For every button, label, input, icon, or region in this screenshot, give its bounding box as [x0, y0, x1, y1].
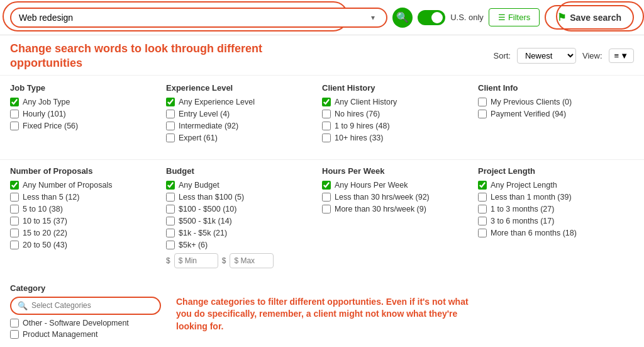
- np-15to20-checkbox[interactable]: [10, 229, 19, 237]
- sort-select[interactable]: Newest: [517, 48, 576, 64]
- category-product-mgmt-checkbox[interactable]: [10, 330, 19, 339]
- np-5to10-label[interactable]: 5 to 10 (38): [23, 205, 63, 213]
- budget-lt100-label[interactable]: Less than $100 (5): [179, 193, 244, 202]
- budget-any-checkbox[interactable]: [166, 181, 175, 190]
- hpw-mt30-label[interactable]: More than 30 hrs/week (9): [335, 205, 426, 213]
- search-dropdown-arrow-icon[interactable]: ▾: [371, 13, 375, 22]
- pl-lt1month-label[interactable]: Less than 1 month (39): [491, 193, 572, 202]
- ch-10plus-checkbox[interactable]: [322, 134, 331, 142]
- budget-max-input[interactable]: [230, 253, 274, 268]
- filter-client-history-title: Client History: [322, 83, 472, 93]
- job-type-hourly-label[interactable]: Hourly (101): [23, 110, 66, 118]
- budget-5kplus-label[interactable]: $5k+ (6): [179, 241, 208, 249]
- pl-any-label[interactable]: Any Project Length: [491, 181, 557, 190]
- exp-any-checkbox[interactable]: [166, 98, 175, 106]
- budget-500to1k-checkbox[interactable]: [166, 217, 175, 225]
- filter-budget: Budget Any Budget Less than $100 (5) $10…: [166, 166, 322, 275]
- ch-any-checkbox[interactable]: [322, 98, 331, 106]
- exp-entry-label[interactable]: Entry Level (4): [179, 110, 230, 118]
- filter-item: Fixed Price (56): [10, 122, 160, 130]
- pl-1to3-label[interactable]: 1 to 3 months (27): [491, 205, 554, 213]
- hpw-any-label[interactable]: Any Hours Per Week: [335, 181, 408, 190]
- np-5to10-checkbox[interactable]: [10, 205, 19, 213]
- pl-mt6-checkbox[interactable]: [478, 229, 487, 237]
- budget-any-label[interactable]: Any Budget: [179, 181, 219, 190]
- filter-hours-per-week-title: Hours Per Week: [322, 166, 472, 176]
- budget-100to500-label[interactable]: $100 - $500 (10): [179, 205, 236, 213]
- budget-100to500-checkbox[interactable]: [166, 205, 175, 213]
- exp-intermediate-label[interactable]: Intermediate (92): [179, 122, 238, 130]
- ch-10plus-label[interactable]: 10+ hires (33): [335, 134, 383, 142]
- job-type-any-checkbox[interactable]: [10, 98, 19, 106]
- ch-nohires-checkbox[interactable]: [322, 110, 331, 118]
- hpw-any-checkbox[interactable]: [322, 181, 331, 190]
- ci-payment-verified-label[interactable]: Payment Verified (94): [491, 110, 566, 118]
- ch-1to9-label[interactable]: 1 to 9 hires (48): [335, 122, 390, 130]
- pl-1to3-checkbox[interactable]: [478, 205, 487, 213]
- np-10to15-checkbox[interactable]: [10, 217, 19, 225]
- np-any-label[interactable]: Any Number of Proposals: [23, 181, 112, 190]
- header-bar: ▾ 🔍 U.S. only ☰ Filters ⚑ Save search: [0, 0, 644, 35]
- job-type-fixed-checkbox[interactable]: [10, 122, 19, 130]
- category-title: Category: [10, 283, 161, 293]
- sort-view-row: Sort: Newest View: ≡ ▼: [494, 48, 635, 64]
- ch-nohires-label[interactable]: No hires (76): [335, 110, 380, 118]
- save-search-button[interactable]: ⚑ Save search: [545, 5, 634, 30]
- ch-1to9-checkbox[interactable]: [322, 122, 331, 130]
- filters-icon: ☰: [498, 13, 506, 22]
- budget-5kplus-checkbox[interactable]: [166, 241, 175, 249]
- hpw-lt30-label[interactable]: Less than 30 hrs/week (92): [335, 193, 430, 202]
- budget-1kto5k-checkbox[interactable]: [166, 229, 175, 237]
- exp-expert-checkbox[interactable]: [166, 134, 175, 142]
- budget-min-input[interactable]: [174, 253, 218, 268]
- search-input[interactable]: [19, 13, 371, 23]
- exp-expert-label[interactable]: Expert (61): [179, 134, 218, 142]
- ci-prev-clients-label[interactable]: My Previous Clients (0): [491, 98, 572, 106]
- np-20to50-label[interactable]: 20 to 50 (43): [23, 241, 67, 249]
- ch-any-label[interactable]: Any Client History: [335, 98, 397, 106]
- np-any-checkbox[interactable]: [10, 181, 19, 190]
- bookmark-icon: ⚑: [557, 11, 566, 23]
- hpw-lt30-checkbox[interactable]: [322, 193, 331, 202]
- pl-mt6-label[interactable]: More than 6 months (18): [491, 229, 577, 237]
- view-label: View:: [582, 51, 602, 60]
- exp-entry-checkbox[interactable]: [166, 110, 175, 118]
- np-lt5-label[interactable]: Less than 5 (12): [23, 193, 79, 202]
- filter-project-length-title: Project Length: [478, 166, 628, 176]
- np-lt5-checkbox[interactable]: [10, 193, 19, 202]
- filter-budget-title: Budget: [166, 166, 316, 176]
- exp-any-label[interactable]: Any Experience Level: [179, 98, 255, 106]
- job-type-hourly-checkbox[interactable]: [10, 110, 19, 118]
- search-button[interactable]: 🔍: [392, 8, 413, 28]
- budget-1kto5k-label[interactable]: $1k - $5k (21): [179, 229, 227, 237]
- save-search-label: Save search: [570, 13, 621, 23]
- filters-button[interactable]: ☰ Filters: [489, 8, 540, 26]
- np-15to20-label[interactable]: 15 to 20 (22): [23, 229, 67, 237]
- pl-any-checkbox[interactable]: [478, 181, 487, 190]
- category-other-software-checkbox[interactable]: [10, 319, 19, 327]
- job-type-any-label[interactable]: Any Job Type: [23, 98, 70, 106]
- category-product-mgmt-label[interactable]: Product Management: [23, 330, 98, 339]
- ci-prev-clients-checkbox[interactable]: [478, 98, 487, 106]
- np-20to50-checkbox[interactable]: [10, 241, 19, 249]
- filter-experience-level: Experience Level Any Experience Level En…: [166, 83, 322, 152]
- pl-3to6-label[interactable]: 3 to 6 months (17): [491, 217, 554, 225]
- toggle-switch[interactable]: [418, 10, 445, 25]
- hpw-mt30-checkbox[interactable]: [322, 205, 331, 213]
- annotation-area: Change search words to look through diff…: [0, 35, 644, 76]
- pl-3to6-checkbox[interactable]: [478, 217, 487, 225]
- ci-payment-verified-checkbox[interactable]: [478, 110, 487, 118]
- category-other-software-label[interactable]: Other - Software Development: [23, 319, 129, 327]
- view-toggle-button[interactable]: ≡ ▼: [609, 48, 634, 63]
- budget-lt100-checkbox[interactable]: [166, 193, 175, 202]
- job-type-fixed-label[interactable]: Fixed Price (56): [23, 122, 78, 130]
- list-view-icon: ≡: [614, 51, 619, 60]
- category-search-input[interactable]: [31, 301, 153, 310]
- budget-500to1k-label[interactable]: $500 - $1k (14): [179, 217, 232, 225]
- exp-intermediate-checkbox[interactable]: [166, 122, 175, 130]
- filter-job-type: Job Type Any Job Type Hourly (101) Fixed…: [10, 83, 166, 152]
- np-10to15-label[interactable]: 10 to 15 (37): [23, 217, 67, 225]
- filters-row-2: Number of Proposals Any Number of Propos…: [0, 160, 644, 278]
- filter-num-proposals-title: Number of Proposals: [10, 166, 160, 176]
- pl-lt1month-checkbox[interactable]: [478, 193, 487, 202]
